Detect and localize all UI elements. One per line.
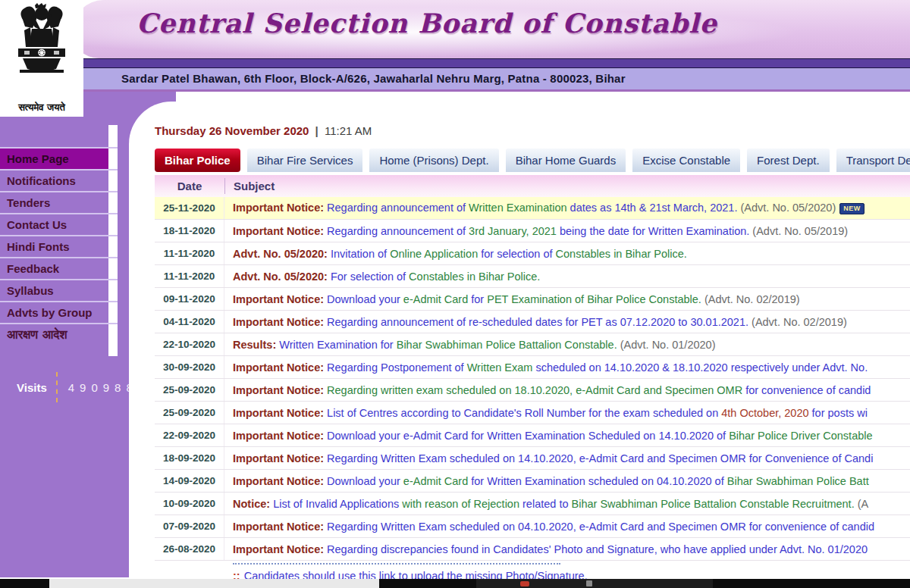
notice-subject-link[interactable]: Important Notice: Download your e-Admit … [224, 430, 910, 442]
sidebar-item-syllabus[interactable]: Syllabus [0, 279, 118, 301]
subject-segment: Regarding written exam scheduled on 18.1… [327, 384, 742, 396]
sidebar-item-label: Notifications [0, 170, 108, 191]
notice-date: 11-11-2020 [155, 265, 224, 287]
sidebar-item-contact-us[interactable]: Contact Us [0, 213, 118, 235]
sidebar-item-label: आरक्षण आदेश [0, 324, 108, 345]
subject-segment: (Advt. No. 01/2020) [617, 339, 716, 351]
subject-segment: Results: [233, 339, 279, 351]
table-row: 30-09-2020Important Notice: Regarding Po… [155, 356, 910, 379]
notice-subject-link[interactable]: Notice: List of Invalid Applications wit… [224, 498, 910, 510]
tab-transport-dept[interactable]: Transport Dept. [836, 149, 910, 172]
notice-subject-link[interactable]: Advt. No. 05/2020: For selection of Cons… [224, 271, 910, 283]
visits-divider [56, 372, 58, 402]
subject-segment: Advt. No. 05/2020: [233, 248, 331, 260]
footnote-body: ::Candidates should use this link to upl… [224, 561, 910, 579]
subject-segment: Important Notice: [233, 293, 327, 305]
table-row: 07-09-2020Important Notice: Regarding Wr… [155, 515, 910, 538]
sidebar-item-notifications[interactable]: Notifications [0, 169, 118, 191]
subject-segment: For selection of [331, 271, 409, 283]
tab-bihar-fire-services[interactable]: Bihar Fire Services [247, 149, 363, 172]
subject-segment: Regarding Written Exam scheduled on 04.1… [327, 521, 874, 533]
subject-segment: Important Notice: [233, 384, 327, 396]
subject-segment: Important Notice: [233, 543, 327, 555]
sidebar-item-label: Syllabus [0, 280, 108, 301]
subject-segment: List of Centres according to Candidate's… [327, 407, 721, 419]
notice-subject-link[interactable]: Important Notice: Regarding Postponement… [224, 361, 910, 374]
tab-forest-dept[interactable]: Forest Dept. [747, 149, 830, 172]
subject-segment: 3rd January, 2021 [469, 225, 557, 237]
subject-segment: Regarding discrepancies found in Candida… [327, 543, 868, 555]
sidebar-item-feedback[interactable]: Feedback [0, 257, 118, 279]
sidebar-item-hindi-fonts[interactable]: Hindi Fonts [0, 235, 118, 257]
subject-segment: dates as 14th & 21st March, 2021. [567, 202, 738, 214]
tab-bihar-home-guards[interactable]: Bihar Home Guards [506, 149, 626, 172]
new-badge: NEW [839, 203, 864, 214]
notice-table: Date Subject 25-11-2020Important Notice:… [155, 175, 910, 579]
sidebar-item-tenders[interactable]: Tenders [0, 191, 118, 213]
datetime-separator: | [312, 124, 322, 137]
column-header-date: Date [155, 178, 225, 194]
notice-subject-link[interactable]: Important Notice: Download your e-Admit … [224, 475, 910, 487]
sidebar-item-label: Advts by Group [0, 302, 108, 323]
notice-subject-link[interactable]: Advt. No. 05/2020: Invitation of Online … [224, 248, 910, 260]
sidebar-item-label: Feedback [0, 258, 108, 279]
subject-segment: Written Exam [467, 361, 533, 374]
current-date: Thursday 26 November 2020 [155, 124, 309, 137]
subject-segment: Constables in Bihar Police. [409, 271, 540, 283]
footnote-prefix: :: [233, 570, 244, 579]
notice-subject-link[interactable]: Important Notice: Regarding Written Exam… [224, 452, 910, 464]
notice-date: 25-11-2020 [155, 197, 224, 219]
tab-bihar-police[interactable]: Bihar Police [155, 149, 240, 172]
notice-subject-link[interactable]: Important Notice: Download your e-Admit … [224, 293, 910, 305]
subject-segment: List of Invalid Applications [273, 498, 402, 510]
subject-segment: Important Notice: [233, 475, 327, 487]
subject-segment: Invitation of [331, 248, 390, 260]
notice-subject-link[interactable]: Results: Written Examination for Bihar S… [224, 339, 910, 351]
subject-segment: Advt. No. 05/2020: [233, 271, 331, 283]
footnote-date-spacer [155, 561, 224, 579]
table-header: Date Subject [155, 175, 910, 197]
notice-subject-link[interactable]: Important Notice: List of Centres accord… [224, 407, 910, 419]
sidebar-item-aarakshan-aadesh[interactable]: आरक्षण आदेश [0, 323, 118, 345]
subject-segment: Important Notice: [233, 452, 327, 464]
table-row: 11-11-2020Advt. No. 05/2020: For selecti… [155, 265, 910, 288]
site-title: Central Selection Board of Constable [136, 8, 717, 39]
table-row: 25-09-2020Important Notice: Regarding wr… [155, 379, 910, 402]
subject-segment: Important Notice: [233, 361, 327, 374]
notice-subject-link[interactable]: Important Notice: Regarding announcement… [224, 316, 910, 328]
notice-date: 09-11-2020 [155, 288, 224, 310]
table-row: 18-09-2020Important Notice: Regarding Wr… [155, 447, 910, 470]
bottom-edge-red-dot [520, 581, 529, 586]
table-row: 25-09-2020Important Notice: List of Cent… [155, 402, 910, 424]
tab-home-prisons-dept[interactable]: Home (Prisons) Dept. [369, 149, 498, 172]
subject-segment: Bihar Swabhiman Police Battalion Constab… [397, 339, 617, 351]
subject-segment: Constables in Bihar Police. [556, 248, 687, 260]
notice-subject-link[interactable]: Important Notice: Regarding written exam… [224, 384, 910, 396]
emblem-box: सत्यमेव जयते [0, 0, 83, 117]
notice-date: 11-11-2020 [155, 242, 224, 264]
subject-segment: scheduled on 14.10.2020 & 18.10.2020 res… [532, 361, 868, 374]
notice-subject-link[interactable]: Important Notice: Regarding Written Exam… [224, 521, 910, 533]
subject-segment: Download your [327, 475, 403, 487]
notice-date: 26-08-2020 [155, 538, 224, 560]
subject-segment: Written Examination [469, 202, 566, 214]
menu-spacer [0, 125, 118, 147]
sidebar-item-advts-by-group[interactable]: Advts by Group [0, 301, 118, 323]
notice-subject-link[interactable]: Important Notice: Regarding announcement… [224, 202, 910, 214]
upload-link[interactable]: Candidates should use this link to uploa… [244, 570, 588, 579]
sidebar-item-home-page[interactable]: Home Page [0, 147, 118, 169]
notice-date: 14-09-2020 [155, 470, 224, 492]
notice-subject-link[interactable]: Important Notice: Regarding announcement… [224, 225, 910, 237]
subject-segment: Important Notice: [233, 430, 327, 442]
notice-date: 25-09-2020 [155, 379, 224, 401]
tab-excise-constable[interactable]: Excise Constable [632, 149, 740, 172]
subject-segment: for convenience of candid [742, 384, 871, 396]
sidebar-menu: Home PageNotificationsTendersContact UsH… [0, 125, 118, 345]
sidebar-item-label: Home Page [0, 149, 108, 169]
subject-segment: (Advt. No. 05/2019) [749, 225, 848, 237]
table-row: 22-10-2020Results: Written Examination f… [155, 333, 910, 356]
notice-subject-link[interactable]: Important Notice: Regarding discrepancie… [224, 543, 910, 555]
subject-segment: (A [855, 498, 869, 510]
subject-segment: being the date for Written Examination. [557, 225, 749, 237]
table-row: 10-09-2020Notice: List of Invalid Applic… [155, 493, 910, 515]
